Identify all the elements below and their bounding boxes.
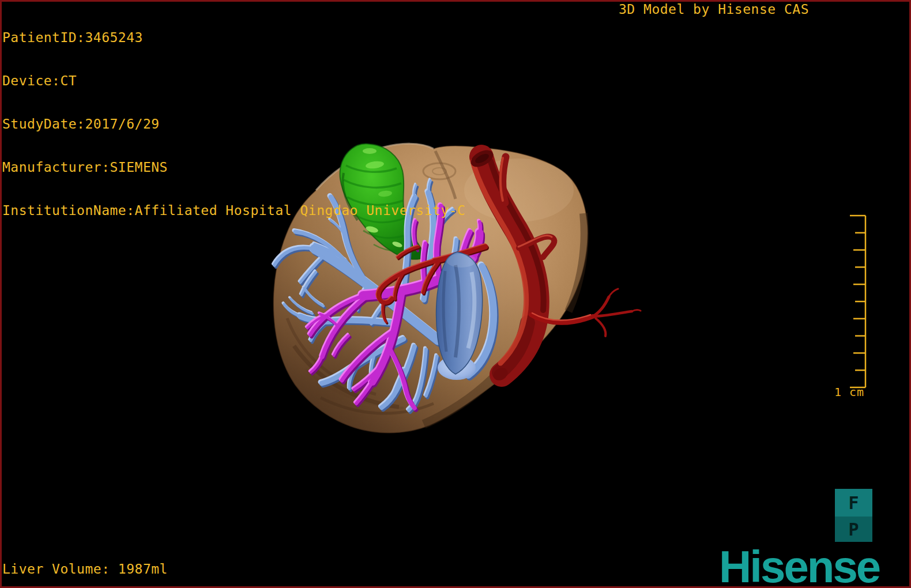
orientation-cube-front-face[interactable]: F	[835, 489, 872, 517]
viewer-screen: PatientID:3465243 Device:CT StudyDate:20…	[0, 0, 911, 588]
manufacturer-line: Manufacturer:SIEMENS	[2, 160, 465, 175]
patient-id-line: PatientID:3465243	[2, 31, 465, 45]
watermark-title: 3D Model by Hisense CAS	[619, 2, 809, 17]
study-date-line: StudyDate:2017/6/29	[2, 117, 465, 131]
institution-line: InstitutionName:Affiliated Hospital Qing…	[2, 203, 465, 218]
liver-volume-label: Liver Volume: 1987ml	[2, 562, 168, 576]
patient-info-block: PatientID:3465243 Device:CT StudyDate:20…	[2, 2, 465, 247]
scale-ruler	[850, 216, 865, 387]
device-line: Device:CT	[2, 74, 465, 88]
orientation-cube[interactable]: F P	[835, 489, 872, 542]
hisense-logo: Hisense	[719, 541, 879, 588]
orientation-cube-bottom-face[interactable]: P	[835, 517, 872, 542]
scale-ruler-label: 1 cm	[834, 385, 864, 399]
